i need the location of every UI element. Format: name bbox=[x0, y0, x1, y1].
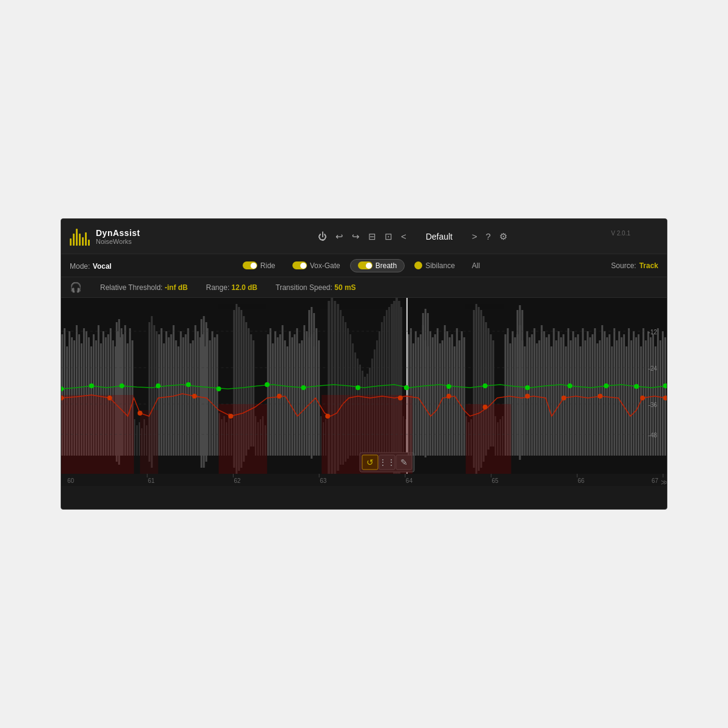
svg-point-284 bbox=[404, 385, 409, 390]
svg-rect-243 bbox=[601, 325, 603, 456]
svg-rect-230 bbox=[577, 334, 579, 456]
undo-button[interactable]: ↩ bbox=[335, 231, 343, 242]
tab-vox-gate[interactable]: Vox-Gate bbox=[285, 260, 348, 272]
svg-rect-258 bbox=[638, 334, 639, 456]
svg-rect-161 bbox=[417, 337, 419, 456]
svg-point-278 bbox=[156, 383, 161, 388]
svg-rect-71 bbox=[206, 322, 207, 462]
svg-point-290 bbox=[634, 384, 639, 389]
svg-rect-217 bbox=[545, 337, 547, 456]
svg-rect-215 bbox=[541, 325, 542, 456]
headphones-icon[interactable]: 🎧 bbox=[70, 281, 82, 293]
tab-breath[interactable]: Breath bbox=[350, 259, 405, 272]
svg-point-296 bbox=[228, 414, 233, 419]
svg-rect-247 bbox=[611, 346, 613, 456]
svg-point-298 bbox=[325, 414, 330, 419]
svg-point-302 bbox=[525, 394, 530, 399]
svg-rect-102 bbox=[291, 337, 293, 456]
svg-point-295 bbox=[192, 394, 197, 399]
svg-rect-69 bbox=[201, 319, 203, 468]
svg-rect-168 bbox=[434, 334, 436, 456]
svg-rect-52 bbox=[178, 346, 180, 456]
plugin-name: DynAssist bbox=[96, 228, 140, 238]
svg-rect-60 bbox=[197, 331, 199, 456]
svg-rect-112 bbox=[315, 328, 317, 456]
svg-rect-70 bbox=[203, 316, 205, 468]
threshold-value[interactable]: -inf dB bbox=[165, 283, 188, 292]
tab-sibilance[interactable]: Sibilance bbox=[407, 260, 462, 272]
svg-point-287 bbox=[525, 385, 530, 390]
redo-button[interactable]: ↪ bbox=[352, 231, 360, 242]
svg-rect-248 bbox=[613, 328, 615, 456]
svg-text:64: 64 bbox=[406, 477, 413, 484]
waveform-area[interactable]: 60 61 62 63 64 65 66 67 -12 -24 -36 -48 … bbox=[61, 298, 667, 486]
svg-rect-166 bbox=[430, 331, 431, 456]
svg-point-305 bbox=[640, 396, 645, 400]
svg-rect-178 bbox=[459, 340, 460, 456]
waveform-svg: 60 61 62 63 64 65 66 67 -12 -24 -36 -48 … bbox=[61, 298, 667, 486]
svg-rect-47 bbox=[166, 331, 167, 456]
transition-value[interactable]: 50 mS bbox=[334, 283, 356, 292]
breath-toggle[interactable] bbox=[358, 261, 372, 269]
main-toolbar: ⏻ ↩ ↪ ⊟ ⊡ < Default > ? ⚙ bbox=[167, 231, 658, 242]
svg-rect-226 bbox=[567, 328, 569, 456]
svg-rect-220 bbox=[553, 328, 554, 456]
preset-area: Default bbox=[415, 232, 463, 241]
svg-rect-214 bbox=[538, 340, 540, 456]
svg-point-303 bbox=[561, 396, 566, 400]
svg-rect-271 bbox=[140, 410, 158, 474]
svg-rect-108 bbox=[306, 331, 308, 456]
svg-rect-268 bbox=[662, 331, 664, 456]
svg-point-283 bbox=[356, 385, 360, 390]
svg-text:66: 66 bbox=[578, 477, 585, 484]
svg-rect-103 bbox=[294, 334, 295, 456]
svg-rect-274 bbox=[466, 404, 511, 474]
svg-text:61: 61 bbox=[148, 477, 155, 484]
ride-toggle[interactable] bbox=[243, 261, 257, 269]
svg-rect-175 bbox=[451, 334, 453, 456]
svg-rect-260 bbox=[642, 328, 644, 456]
tab-vox-gate-label: Vox-Gate bbox=[310, 261, 340, 270]
svg-rect-172 bbox=[444, 325, 446, 456]
svg-rect-180 bbox=[463, 337, 465, 456]
tab-all[interactable]: All bbox=[465, 260, 487, 272]
power-button[interactable]: ⏻ bbox=[318, 231, 327, 241]
svg-rect-113 bbox=[318, 340, 320, 456]
preset-next-button[interactable]: > bbox=[472, 231, 477, 241]
svg-rect-99 bbox=[284, 340, 286, 456]
svg-rect-159 bbox=[413, 343, 414, 456]
svg-rect-106 bbox=[301, 340, 303, 456]
svg-rect-45 bbox=[161, 328, 163, 456]
svg-rect-212 bbox=[533, 328, 535, 456]
svg-rect-115 bbox=[311, 307, 312, 459]
svg-rect-244 bbox=[604, 331, 605, 456]
svg-point-293 bbox=[107, 396, 112, 400]
svg-rect-252 bbox=[623, 334, 625, 456]
new-button[interactable]: ⊡ bbox=[385, 231, 393, 242]
svg-text:-48: -48 bbox=[649, 432, 658, 439]
svg-text:✎: ✎ bbox=[400, 457, 408, 467]
svg-rect-56 bbox=[187, 328, 189, 456]
svg-rect-257 bbox=[635, 337, 637, 456]
vox-gate-toggle[interactable] bbox=[292, 261, 307, 269]
sibilance-dot bbox=[414, 261, 422, 269]
svg-point-280 bbox=[216, 386, 221, 391]
svg-point-282 bbox=[301, 385, 306, 390]
settings-button[interactable]: ⚙ bbox=[499, 231, 507, 242]
back-button[interactable]: < bbox=[401, 231, 406, 241]
version-label: V 2.0.1 bbox=[611, 230, 630, 237]
svg-rect-231 bbox=[579, 346, 581, 456]
range-value[interactable]: 12.0 dB bbox=[232, 283, 258, 292]
svg-text:-12: -12 bbox=[649, 329, 658, 335]
header-bar: DynAssist NoiseWorks ⏻ ↩ ↪ ⊟ ⊡ < Default… bbox=[61, 219, 667, 254]
svg-rect-105 bbox=[298, 343, 300, 456]
svg-point-276 bbox=[89, 383, 94, 388]
svg-rect-183 bbox=[427, 313, 429, 456]
svg-text:-24: -24 bbox=[649, 365, 658, 372]
help-button[interactable]: ? bbox=[486, 231, 491, 241]
svg-rect-51 bbox=[175, 340, 177, 456]
plugin-window: DynAssist NoiseWorks ⏻ ↩ ↪ ⊟ ⊡ < Default… bbox=[61, 218, 667, 510]
save-button[interactable]: ⊟ bbox=[368, 231, 376, 242]
tab-ride[interactable]: Ride bbox=[235, 260, 283, 272]
svg-rect-46 bbox=[163, 343, 165, 456]
